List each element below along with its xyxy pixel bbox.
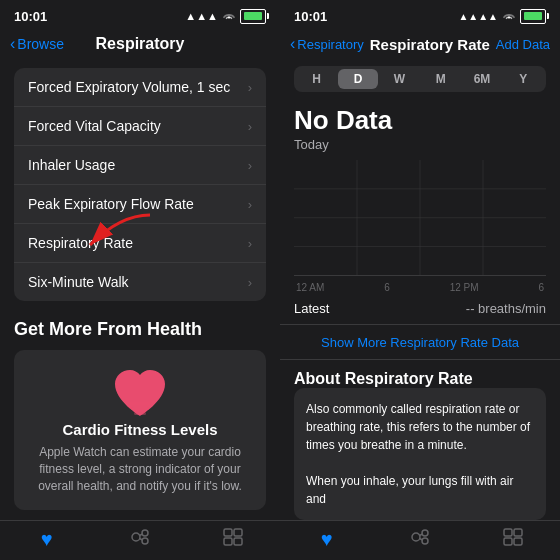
browse-tab-icon <box>222 527 244 552</box>
add-data-button[interactable]: Add Data <box>496 37 550 52</box>
right-back-label[interactable]: Respiratory <box>297 37 363 52</box>
svg-rect-1 <box>131 407 149 410</box>
chevron-right-icon: › <box>248 275 252 290</box>
sharing-tab-icon <box>129 527 151 552</box>
list-item-label: Forced Expiratory Volume, 1 sec <box>28 79 248 95</box>
time-seg-w[interactable]: W <box>380 69 419 89</box>
time-seg-y[interactable]: Y <box>504 69 543 89</box>
right-status-icons: ▲▲▲▲ <box>458 9 546 24</box>
heart-icon <box>110 366 170 421</box>
left-status-bar: 10:01 ▲▲▲ <box>0 0 280 28</box>
right-status-bar: 10:01 ▲▲▲▲ <box>280 0 560 28</box>
svg-rect-0 <box>128 402 152 405</box>
svg-rect-11 <box>224 538 232 545</box>
list-item[interactable]: Inhaler Usage › <box>14 146 266 185</box>
battery-icon <box>240 9 266 24</box>
heart-tab-icon-right: ♥ <box>321 528 333 551</box>
chevron-left-icon: ‹ <box>290 35 295 53</box>
chevron-left-icon: ‹ <box>10 35 15 53</box>
list-item[interactable]: Peak Expiratory Flow Rate › <box>14 185 266 224</box>
wifi-icon <box>502 10 516 22</box>
svg-point-5 <box>142 530 148 536</box>
no-data-title: No Data <box>294 106 546 135</box>
about-title: About Respiratory Rate <box>294 370 473 387</box>
svg-rect-24 <box>504 529 512 536</box>
tab-sharing[interactable] <box>93 527 186 552</box>
list-item-label: Six-Minute Walk <box>28 274 248 290</box>
right-panel: 10:01 ▲▲▲▲ ‹ Respiratory Respiratory Rat… <box>280 0 560 560</box>
time-seg-h[interactable]: H <box>297 69 336 89</box>
x-label-2: 12 PM <box>450 282 479 293</box>
no-data-subtitle: Today <box>294 137 546 152</box>
x-label-1: 6 <box>384 282 390 293</box>
about-paragraph-2: When you inhale, your lungs fill with ai… <box>306 472 534 508</box>
latest-row: Latest -- breaths/min <box>280 293 560 325</box>
time-segment-control: H D W M 6M Y <box>294 66 546 92</box>
list-item-label: Forced Vital Capacity <box>28 118 248 134</box>
get-more-header: Get More From Health <box>0 305 280 346</box>
svg-rect-2 <box>134 412 146 415</box>
right-nav-bar: ‹ Respiratory Respiratory Rate Add Data <box>280 28 560 64</box>
right-time: 10:01 <box>294 9 327 24</box>
respiratory-list: Forced Expiratory Volume, 1 sec › Forced… <box>14 68 266 301</box>
chevron-right-icon: › <box>248 80 252 95</box>
chevron-right-icon: › <box>248 197 252 212</box>
left-nav-bar: ‹ Browse Respiratory <box>0 28 280 64</box>
chart-grid <box>294 160 546 275</box>
show-more-button[interactable]: Show More Respiratory Rate Data <box>280 325 560 360</box>
svg-rect-27 <box>514 538 522 545</box>
list-item-label: Inhaler Usage <box>28 157 248 173</box>
wifi-icon <box>222 10 236 22</box>
right-back-button[interactable]: ‹ Respiratory <box>290 35 364 53</box>
promo-card: Cardio Fitness Levels Apple Watch can es… <box>14 350 266 510</box>
svg-point-21 <box>422 538 428 544</box>
promo-description: Apple Watch can estimate your cardio fit… <box>30 444 250 494</box>
heart-tab-icon: ♥ <box>41 528 53 551</box>
left-back-button[interactable]: ‹ Browse <box>10 35 64 53</box>
signal-icon: ▲▲▲ <box>185 10 218 22</box>
about-card: Also commonly called respiration rate or… <box>294 388 546 520</box>
svg-rect-25 <box>514 529 522 536</box>
svg-rect-12 <box>234 538 242 545</box>
battery-icon <box>520 9 546 24</box>
svg-point-20 <box>422 530 428 536</box>
left-back-label[interactable]: Browse <box>17 36 64 52</box>
promo-title: Cardio Fitness Levels <box>62 421 217 438</box>
svg-rect-10 <box>234 529 242 536</box>
list-item[interactable]: Forced Vital Capacity › <box>14 107 266 146</box>
left-time: 10:01 <box>14 9 47 24</box>
list-item[interactable]: Six-Minute Walk › <box>14 263 266 301</box>
latest-label: Latest <box>294 301 329 316</box>
svg-point-4 <box>132 533 140 541</box>
time-seg-m[interactable]: M <box>421 69 460 89</box>
svg-rect-9 <box>224 529 232 536</box>
tab-browse-right[interactable] <box>467 527 560 552</box>
chevron-right-icon: › <box>248 236 252 251</box>
time-seg-6m[interactable]: 6M <box>462 69 501 89</box>
right-nav-title: Respiratory Rate <box>370 36 490 53</box>
list-item[interactable]: Respiratory Rate › <box>14 224 266 263</box>
left-panel: 10:01 ▲▲▲ ‹ Browse Respiratory Forced Ex… <box>0 0 280 560</box>
svg-point-19 <box>412 533 420 541</box>
chart-x-labels: 12 AM 6 12 PM 6 <box>294 282 546 293</box>
chevron-right-icon: › <box>248 158 252 173</box>
time-seg-d[interactable]: D <box>338 69 377 89</box>
chart-section: No Data Today 12 AM 6 12 PM 6 <box>280 100 560 293</box>
tab-favorites[interactable]: ♥ <box>0 528 93 551</box>
tab-favorites-right[interactable]: ♥ <box>280 528 373 551</box>
x-label-3: 6 <box>538 282 544 293</box>
list-item-label: Peak Expiratory Flow Rate <box>28 196 248 212</box>
left-tab-bar: ♥ <box>0 520 280 560</box>
list-item[interactable]: Forced Expiratory Volume, 1 sec › <box>14 68 266 107</box>
svg-rect-26 <box>504 538 512 545</box>
right-tab-bar: ♥ <box>280 520 560 560</box>
about-paragraph-1: Also commonly called respiration rate or… <box>306 400 534 454</box>
browse-tab-icon-right <box>502 527 524 552</box>
left-status-icons: ▲▲▲ <box>185 9 266 24</box>
tab-browse[interactable] <box>187 527 280 552</box>
list-item-label: Respiratory Rate <box>28 235 248 251</box>
latest-value: -- breaths/min <box>466 301 546 316</box>
tab-sharing-right[interactable] <box>373 527 466 552</box>
left-nav-title: Respiratory <box>96 35 185 53</box>
show-more-label[interactable]: Show More Respiratory Rate Data <box>321 335 519 350</box>
